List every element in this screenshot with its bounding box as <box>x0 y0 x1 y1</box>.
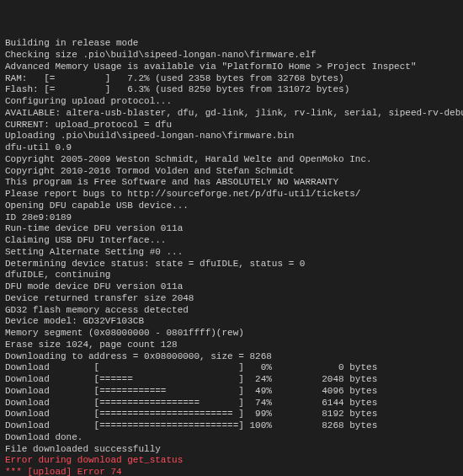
terminal-line: Download [============ ] 49% 4096 bytes <box>5 386 458 398</box>
terminal-line: Copyright 2010-2016 Tormod Volden and St… <box>5 166 458 178</box>
terminal-line: Determining device status: state = dfuID… <box>5 259 458 270</box>
terminal-line: Download [================== ] 74% 6144 … <box>5 398 458 409</box>
terminal-line: DFU mode device DFU version 011a <box>5 281 458 293</box>
terminal-line: Download [======================== ] 99%… <box>5 409 458 420</box>
terminal-error-line: *** [upload] Error 74 <box>5 467 458 476</box>
terminal-line: Downloading to address = 0x08000000, siz… <box>5 351 458 363</box>
terminal-line: Checking size .pio\build\sipeed-longan-n… <box>5 50 458 62</box>
terminal-line: Flash: [= ] 6.3% (used 8250 bytes from 1… <box>5 84 458 96</box>
terminal-line: Please report bugs to http://sourceforge… <box>5 189 458 201</box>
terminal-line: Download [ ] 0% 0 bytes <box>5 362 458 374</box>
terminal-line: Download [====== ] 24% 2048 bytes <box>5 374 458 386</box>
terminal-line: Erase size 1024, page count 128 <box>5 340 458 351</box>
terminal-line: Device model: GD32VF103CB <box>5 316 458 328</box>
terminal-line: Opening DFU capable USB device... <box>5 201 458 212</box>
terminal-line: dfu-util 0.9 <box>5 142 458 154</box>
terminal-line: Claiming USB DFU Interface... <box>5 235 458 247</box>
terminal-line: Copyright 2005-2009 Weston Schmidt, Hara… <box>5 154 458 166</box>
terminal-line: Building in release mode <box>5 38 458 50</box>
terminal-line: This program is Free Software and has AB… <box>5 177 458 189</box>
terminal-line: Device returned transfer size 2048 <box>5 293 458 305</box>
terminal-line: Download done. <box>5 432 458 444</box>
terminal-line: Advanced Memory Usage is available via "… <box>5 62 458 73</box>
terminal-line: Memory segment (0x08000000 - 0801ffff)(r… <box>5 328 458 340</box>
terminal-error-line: Error during download get_status <box>5 455 458 467</box>
terminal-line: AVAILABLE: altera-usb-blaster, dfu, gd-l… <box>5 108 458 120</box>
terminal-line: Configuring upload protocol... <box>5 96 458 108</box>
terminal-line: dfuIDLE, continuing <box>5 270 458 281</box>
terminal-line: Uploading .pio\build\sipeed-longan-nano\… <box>5 131 458 142</box>
terminal-line: ID 28e9:0189 <box>5 212 458 224</box>
terminal-output: Building in release modeChecking size .p… <box>5 38 458 476</box>
terminal-line: Setting Alternate Setting #0 ... <box>5 247 458 259</box>
terminal-line: RAM: [= ] 7.2% (used 2358 bytes from 327… <box>5 73 458 85</box>
terminal-line: Run-time device DFU version 011a <box>5 223 458 235</box>
terminal-line: Download [=========================] 100… <box>5 420 458 432</box>
terminal-line: File downloaded successfully <box>5 444 458 456</box>
terminal-line: CURRENT: upload_protocol = dfu <box>5 120 458 131</box>
terminal-line: GD32 flash memory access detected <box>5 305 458 317</box>
